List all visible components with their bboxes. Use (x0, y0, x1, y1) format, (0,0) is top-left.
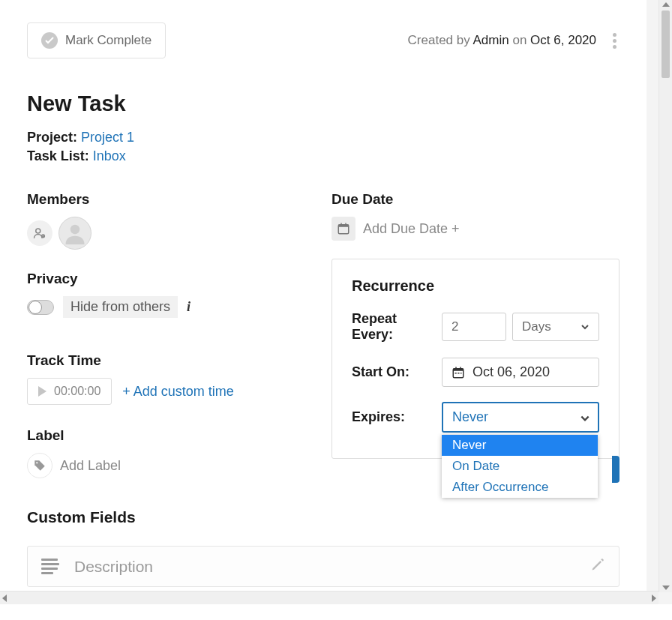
time-tracker[interactable]: 00:00:00 (27, 378, 112, 405)
scroll-left-icon[interactable] (2, 595, 7, 602)
repeat-number-input[interactable]: 2 (442, 313, 506, 341)
custom-fields-heading: Custom Fields (27, 508, 320, 526)
start-date-input[interactable]: Oct 06, 2020 (442, 358, 599, 387)
svg-rect-13 (458, 373, 459, 374)
project-link[interactable]: Project 1 (81, 130, 134, 145)
chevron-down-icon (580, 322, 590, 331)
scroll-up-icon[interactable] (662, 2, 670, 7)
check-circle-icon (41, 32, 58, 49)
scroll-right-icon[interactable] (652, 595, 656, 602)
expires-select[interactable]: Never Never On Date After Occurrence (442, 402, 599, 433)
info-icon[interactable]: i (187, 299, 190, 315)
svg-point-2 (70, 225, 80, 235)
svg-rect-11 (460, 367, 461, 369)
expires-option-never[interactable]: Never (442, 435, 598, 456)
due-date-heading: Due Date (332, 191, 620, 208)
calendar-icon (332, 217, 356, 241)
svg-rect-7 (345, 223, 346, 226)
paragraph-icon (41, 559, 59, 574)
expires-option-after-occurrence[interactable]: After Occurrence (442, 477, 598, 498)
description-placeholder: Description (74, 558, 153, 576)
recurrence-panel: Recurrence Repeat Every: 2 Days Start (332, 259, 620, 459)
tasklist-link[interactable]: Inbox (93, 148, 126, 163)
created-by-text: Created by Admin on Oct 6, 2020 (408, 30, 620, 52)
add-custom-time-link[interactable]: + Add custom time (122, 384, 234, 400)
svg-point-0 (36, 229, 40, 233)
privacy-toggle[interactable] (27, 300, 54, 315)
recurrence-title: Recurrence (352, 277, 599, 295)
play-icon (38, 386, 46, 397)
pencil-icon[interactable] (590, 557, 605, 576)
svg-rect-6 (340, 223, 342, 226)
mark-complete-label: Mark Complete (65, 33, 152, 48)
time-value: 00:00:00 (54, 385, 100, 398)
calendar-icon (452, 366, 465, 379)
task-title[interactable]: New Task (27, 91, 620, 116)
tag-icon[interactable] (27, 453, 52, 478)
scroll-thumb[interactable] (662, 10, 670, 78)
svg-rect-9 (453, 368, 464, 370)
vertical-scrollbar[interactable] (658, 0, 672, 592)
start-on-label: Start On: (352, 364, 410, 380)
expires-option-on-date[interactable]: On Date (442, 456, 598, 477)
svg-rect-5 (338, 225, 349, 227)
more-options-icon[interactable] (610, 30, 620, 52)
members-heading: Members (27, 191, 320, 208)
repeat-every-label: Repeat Every: (352, 311, 442, 343)
svg-rect-12 (455, 373, 457, 374)
chevron-down-icon (580, 413, 589, 422)
mark-complete-button[interactable]: Mark Complete (27, 22, 166, 58)
panel-accent (612, 456, 620, 483)
task-header-row: Mark Complete Created by Admin on Oct 6,… (27, 22, 620, 58)
privacy-hide-label: Hide from others (63, 296, 178, 318)
track-time-heading: Track Time (27, 352, 320, 369)
expires-dropdown: Never On Date After Occurrence (442, 435, 598, 498)
privacy-heading: Privacy (27, 271, 320, 287)
add-label-placeholder[interactable]: Add Label (60, 458, 121, 474)
add-due-date[interactable]: Add Due Date + (363, 221, 460, 237)
description-field[interactable]: Description (27, 546, 620, 587)
scroll-down-icon[interactable] (662, 586, 670, 590)
tasklist-line: Task List: Inbox (27, 148, 620, 164)
label-heading: Label (27, 427, 320, 444)
add-member-icon[interactable] (27, 220, 52, 246)
repeat-unit-select[interactable]: Days (512, 313, 599, 341)
svg-rect-10 (455, 367, 457, 369)
member-avatar[interactable] (58, 217, 92, 250)
expires-label: Expires: (352, 409, 405, 425)
project-line: Project: Project 1 (27, 130, 620, 145)
svg-point-3 (36, 462, 38, 463)
svg-rect-14 (460, 373, 462, 374)
horizontal-scrollbar[interactable] (0, 591, 658, 604)
